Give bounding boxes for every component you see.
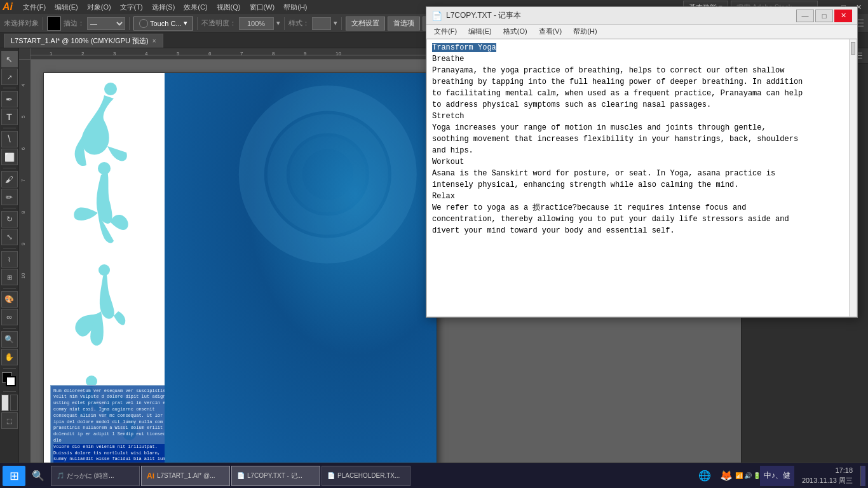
ime-text: 中♪、健: [764, 470, 790, 481]
taskbar-firefox-icon[interactable]: 🦊: [717, 466, 736, 486]
toolbar-sep2: [129, 17, 130, 30]
notepad-body-text: Breathe Pranayama, the yoga practice of …: [432, 55, 803, 235]
svg-point-20: [104, 83, 117, 95]
menu-file[interactable]: 文件(F): [19, 1, 50, 13]
no-selection-label: 未选择对象: [4, 18, 39, 28]
menu-object[interactable]: 对象(O): [83, 1, 115, 13]
menu-type[interactable]: 文字(T): [116, 1, 147, 13]
notepad-menu-format[interactable]: 格式(O): [498, 25, 532, 37]
notepad-close-btn[interactable]: ✕: [834, 10, 852, 22]
notepad-menu-file[interactable]: 文件(F): [429, 25, 462, 37]
notepad-menu-help[interactable]: 帮助(H): [568, 25, 602, 37]
notepad-maximize-btn[interactable]: □: [815, 10, 833, 22]
menu-edit[interactable]: 编辑(E): [51, 1, 82, 13]
doc-canvas: Num doloreetum ver esequam ver suscipist…: [43, 72, 437, 470]
svg-text:4: 4: [20, 83, 26, 86]
notepad-menu-view[interactable]: 查看(V): [534, 25, 567, 37]
touch-label: Touch C...: [150, 20, 182, 27]
taskbar-illustrator[interactable]: Ai L7START_1.AI* @...: [141, 466, 230, 486]
taskbar-ie-icon[interactable]: 🌐: [695, 466, 714, 486]
toolbar-sep4: [284, 17, 285, 30]
stroke-selector[interactable]: —: [87, 17, 125, 30]
ai-taskbar-icon: Ai: [147, 471, 154, 480]
change-screen-mode[interactable]: ⬚: [1, 412, 18, 429]
taskbar-music[interactable]: 🎵 だっかに (纯音...: [51, 466, 140, 486]
ruler-left-svg: 4 5 6 7 8 9 10: [19, 60, 31, 470]
svg-text:6: 6: [208, 51, 212, 57]
tool-sep5: [3, 248, 16, 248]
svg-text:1: 1: [50, 51, 53, 57]
opacity-input[interactable]: [239, 17, 274, 30]
menu-view[interactable]: 视图(Q): [213, 1, 245, 13]
tool-hand[interactable]: ✋: [1, 349, 18, 365]
left-toolbar: ↖ ↗ ✒ T \ ⬜ 🖌 ✏ ↻ ⤡ ⌇ ⊞ 🎨 ∞ 🔍 ✋ ⬚: [0, 48, 19, 470]
svg-text:6: 6: [20, 147, 26, 150]
style-field[interactable]: [312, 17, 331, 30]
menu-effect[interactable]: 效果(C): [180, 1, 211, 13]
opacity-label: 不透明度：: [201, 18, 236, 28]
menu-select[interactable]: 选择(S): [148, 1, 179, 13]
tool-warp[interactable]: ⌇: [1, 251, 18, 268]
notepad-scrollbar[interactable]: [849, 39, 857, 316]
doc-tab-active[interactable]: L7START_1.AI* @ 100% (CMYK/GPU 预选) ×: [4, 34, 163, 48]
notepad-selected-text: Transform Yoga: [432, 43, 496, 52]
tool-sep7: [3, 328, 16, 329]
tool-line[interactable]: \: [1, 131, 18, 147]
start-button[interactable]: ⊞: [3, 466, 25, 486]
fill-color-swatch[interactable]: [47, 17, 61, 30]
tool-rotate[interactable]: ↻: [1, 211, 18, 227]
tool-shape[interactable]: ⬜: [1, 149, 18, 165]
color-fill-stroke[interactable]: [2, 372, 17, 388]
tool-direct-select[interactable]: ↗: [1, 69, 18, 85]
notepad-label: L7COPY.TXT - 记...: [247, 471, 302, 480]
tool-paintbrush[interactable]: 🖌: [1, 171, 18, 187]
preferences-btn[interactable]: 首选项: [388, 17, 420, 30]
tool-sep1: [3, 88, 16, 88]
volume-icon[interactable]: 🔊: [744, 472, 752, 479]
svg-text:8: 8: [272, 51, 275, 57]
taskbar-sysindicators: 📶 🔊 🔋: [738, 466, 757, 486]
search-button[interactable]: 🔍: [27, 466, 50, 486]
notepad-minimize-btn[interactable]: —: [796, 10, 814, 22]
notepad-menu-edit[interactable]: 编辑(E): [463, 25, 497, 37]
taskbar-placeholder[interactable]: 📄 PLACEHOLDER.TX...: [322, 466, 410, 486]
tool-blend[interactable]: ∞: [1, 309, 18, 325]
svg-text:2: 2: [81, 51, 85, 57]
style-dropdown-icon[interactable]: ▾: [334, 19, 337, 27]
canvas-right-panel: [165, 73, 437, 470]
toolbar-sep5: [341, 17, 342, 30]
view-outline[interactable]: [10, 395, 18, 411]
tool-free-transform[interactable]: ⊞: [1, 269, 18, 285]
tool-zoom[interactable]: 🔍: [1, 331, 18, 348]
tool-pen[interactable]: ✒: [1, 91, 18, 107]
svg-point-21: [98, 162, 111, 175]
scrollbar-thumb[interactable]: [851, 42, 855, 55]
notepad-title: L7COPY.TXT - 记事本: [446, 10, 792, 21]
svg-text:5: 5: [177, 51, 180, 57]
tool-eyedropper[interactable]: 🎨: [1, 291, 18, 308]
menu-help[interactable]: 帮助(H): [280, 1, 311, 13]
doc-tab-close[interactable]: ×: [153, 37, 156, 44]
network-icon[interactable]: 📶: [735, 472, 743, 479]
svg-text:9: 9: [304, 51, 307, 57]
notepad-content[interactable]: Transform Yoga Breathe Pranayama, the yo…: [426, 39, 857, 317]
music-icon: 🎵: [57, 472, 64, 479]
show-desktop-btn[interactable]: [860, 466, 865, 486]
ime-area[interactable]: 中♪、健: [760, 466, 794, 486]
tool-pencil[interactable]: ✏: [1, 189, 18, 205]
view-normal[interactable]: [1, 395, 9, 411]
menu-window[interactable]: 窗口(W): [246, 1, 279, 13]
taskbar-notepad[interactable]: 📄 L7COPY.TXT - 记...: [231, 466, 320, 486]
opacity-dropdown-icon[interactable]: ▾: [276, 19, 280, 27]
taskbar-clock: 17:18 2013.11.13 周三: [797, 466, 858, 485]
tool-select[interactable]: ↖: [1, 51, 18, 67]
tool-scale[interactable]: ⤡: [1, 229, 18, 245]
doc-settings-btn[interactable]: 文档设置: [346, 17, 385, 30]
tool-sep6: [3, 288, 16, 288]
ruler-corner: [19, 48, 31, 60]
taskbar: ⊞ 🔍 🎵 だっかに (纯音... Ai L7START_1.AI* @... …: [0, 463, 868, 488]
notepad-file-icon: 📄: [431, 11, 442, 21]
taskbar-right: 🌐 🦊 📶 🔊 🔋 中♪、健 17:18 2013.11.13 周三: [695, 466, 865, 486]
touch-button[interactable]: Touch C... ▾: [133, 17, 193, 30]
tool-type[interactable]: T: [1, 109, 18, 125]
